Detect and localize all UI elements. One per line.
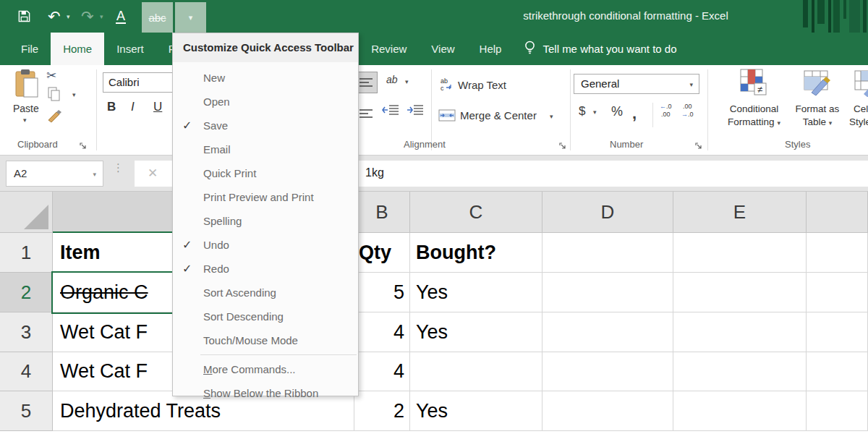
decrease-decimal-button[interactable]: .00 →.0 — [681, 103, 694, 119]
orientation-chevron-icon[interactable]: ▾ — [405, 78, 409, 85]
percent-button[interactable]: % — [611, 104, 623, 119]
underline-button[interactable]: U — [153, 100, 162, 114]
redo-icon[interactable]: ↷ — [81, 0, 94, 33]
tell-me-search[interactable]: Tell me what you want to do — [514, 33, 676, 65]
cell-c5[interactable]: Yes — [410, 391, 542, 431]
cell-f5[interactable] — [807, 391, 868, 431]
cell-d5[interactable] — [542, 391, 673, 431]
menu-item-new[interactable]: New — [173, 66, 358, 90]
paste-icon[interactable] — [13, 69, 41, 103]
column-header-e[interactable]: E — [673, 192, 807, 233]
row-header-1[interactable]: 1 — [0, 233, 53, 273]
increase-decimal-button[interactable]: ←←.0.0 .00 — [660, 103, 672, 119]
cell-d3[interactable] — [542, 312, 673, 352]
cut-icon[interactable]: ✂ — [46, 68, 56, 83]
menu-item-sort-ascending[interactable]: Sort Ascending — [173, 281, 358, 305]
customize-qat-arrow-button[interactable]: ▾ — [175, 2, 206, 33]
conditional-formatting-button[interactable]: Conditional Formatting ▾ — [720, 103, 788, 129]
tab-help[interactable]: Help — [467, 33, 514, 65]
tab-home[interactable]: Home — [51, 33, 104, 65]
cell-e5[interactable] — [673, 391, 807, 431]
undo-chevron-icon[interactable]: ▾ — [67, 0, 70, 33]
cell-d1[interactable] — [542, 233, 673, 273]
row-header-2[interactable]: 2 — [0, 273, 53, 312]
format-painter-icon[interactable] — [46, 109, 62, 127]
column-header-f[interactable]: F — [807, 192, 868, 233]
cell-c2[interactable]: Yes — [410, 273, 542, 312]
increase-indent-icon[interactable] — [407, 104, 424, 119]
cell-f3[interactable] — [807, 312, 868, 352]
cell-b1[interactable]: Qty — [354, 233, 410, 273]
cell-e2[interactable] — [673, 273, 807, 312]
comma-button[interactable]: , — [632, 104, 637, 123]
number-dialog-launcher-icon[interactable] — [695, 140, 703, 148]
menu-item-redo[interactable]: ✓Redo — [173, 257, 358, 281]
tab-insert[interactable]: Insert — [104, 33, 156, 65]
column-header-b[interactable]: B — [354, 192, 410, 233]
merge-center-label[interactable]: Merge & Center — [460, 109, 537, 122]
font-name-input[interactable]: Calibri — [103, 72, 182, 93]
row-header-3[interactable]: 3 — [0, 312, 53, 352]
row-header-4[interactable]: 4 — [0, 352, 53, 391]
save-icon[interactable] — [17, 0, 31, 33]
tab-review[interactable]: Review — [359, 33, 419, 65]
menu-item-touch-mouse-mode[interactable]: Touch/Mouse Mode — [173, 328, 358, 352]
cell-b4[interactable]: 4 — [354, 352, 410, 391]
redo-chevron-icon[interactable]: ▾ — [100, 0, 103, 33]
number-format-select[interactable]: General ▾ — [574, 74, 699, 94]
cell-d2[interactable] — [542, 273, 673, 312]
menu-item-show-below-ribbon[interactable]: Show Below the Ribbon — [173, 381, 358, 405]
currency-button[interactable]: $ — [579, 104, 585, 119]
decrease-indent-icon[interactable] — [382, 104, 399, 119]
menu-item-open[interactable]: Open — [173, 90, 358, 114]
copy-icon[interactable] — [48, 87, 61, 104]
underline-qat-icon[interactable]: A — [116, 0, 126, 33]
cell-f1[interactable] — [807, 233, 868, 273]
cancel-icon[interactable]: ✕ — [148, 166, 158, 181]
currency-chevron-icon[interactable]: ▾ — [593, 109, 597, 116]
alignment-dialog-launcher-icon[interactable] — [559, 140, 567, 148]
strikethrough-button[interactable]: abc — [142, 2, 173, 33]
cell-e3[interactable] — [673, 312, 807, 352]
merge-center-icon[interactable] — [438, 109, 456, 124]
cell-b5[interactable]: 2 — [354, 391, 410, 431]
orientation-icon[interactable]: ab — [386, 74, 398, 85]
menu-item-email[interactable]: Email — [173, 137, 358, 161]
cell-f4[interactable] — [807, 352, 868, 391]
row-header-5[interactable]: 5 — [0, 391, 53, 431]
tab-file[interactable]: File — [9, 33, 51, 65]
paste-chevron-icon[interactable]: ▾ — [23, 116, 27, 124]
select-all-corner[interactable] — [0, 192, 53, 233]
cell-c1[interactable]: Bought? — [410, 233, 542, 273]
clipboard-dialog-launcher-icon[interactable] — [80, 140, 88, 148]
wrap-text-label[interactable]: Wrap Text — [458, 79, 506, 91]
cell-b3[interactable]: 4 — [354, 312, 410, 352]
menu-item-more-commands[interactable]: More Commands... — [173, 357, 358, 381]
menu-item-undo[interactable]: ✓Undo — [173, 233, 358, 257]
undo-icon[interactable]: ↶ — [48, 0, 61, 33]
bold-button[interactable]: B — [107, 100, 116, 114]
cell-b2[interactable]: 5 — [354, 273, 410, 312]
cell-e4[interactable] — [673, 352, 807, 391]
tab-view[interactable]: View — [419, 33, 467, 65]
wrap-text-icon[interactable]: abc — [440, 77, 454, 95]
copy-chevron-icon[interactable]: ▾ — [72, 91, 76, 98]
menu-item-spelling[interactable]: Spelling — [173, 209, 358, 233]
cell-f2[interactable] — [807, 273, 868, 312]
cell-c3[interactable]: Yes — [410, 312, 542, 352]
cell-styles-button[interactable]: Cell Styles — [849, 103, 868, 129]
menu-item-print-preview[interactable]: Print Preview and Print — [173, 185, 358, 209]
italic-button[interactable]: I — [131, 100, 135, 114]
menu-item-quick-print[interactable]: Quick Print — [173, 161, 358, 185]
cell-d4[interactable] — [542, 352, 673, 391]
format-as-table-button[interactable]: Format as Table ▾ — [788, 103, 846, 129]
column-header-c[interactable]: C — [410, 192, 542, 233]
merge-center-chevron-icon[interactable]: ▾ — [550, 113, 553, 120]
cell-c4[interactable] — [410, 352, 542, 391]
column-header-d[interactable]: D — [542, 192, 673, 233]
formula-bar-handle[interactable]: ⋮ — [113, 164, 124, 171]
menu-item-sort-descending[interactable]: Sort Descending — [173, 305, 358, 328]
cell-e1[interactable] — [673, 233, 807, 273]
menu-item-save[interactable]: ✓Save — [173, 114, 358, 137]
name-box[interactable]: A2 ▾ — [6, 161, 103, 187]
